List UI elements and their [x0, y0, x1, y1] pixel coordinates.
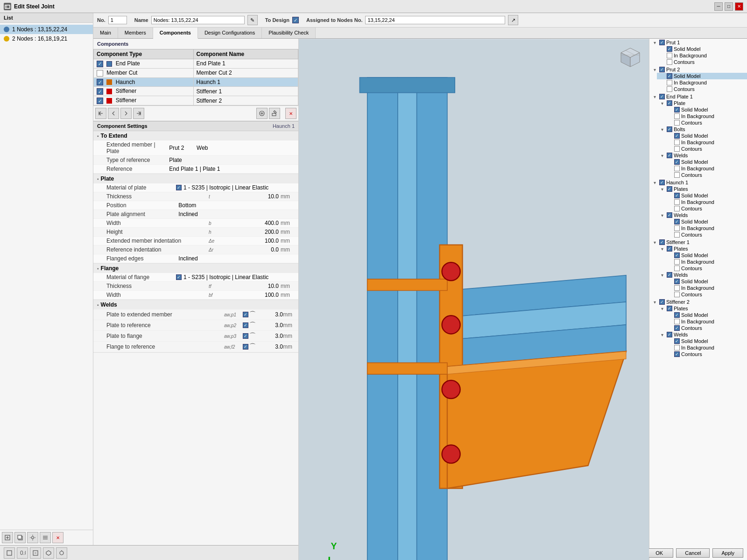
tree-row[interactable]: In Background [664, 259, 747, 265]
tree-check[interactable] [674, 232, 680, 238]
tree-check-prut2-contours[interactable] [667, 86, 672, 92]
tree-row[interactable]: ✓ Solid Model [664, 192, 747, 199]
comp-delete-btn[interactable]: ✕ [285, 108, 296, 119]
tree-check[interactable] [674, 266, 680, 271]
tree-row-ep1-welds[interactable]: ▾ ✓ Welds [657, 152, 747, 159]
maximize-button[interactable]: □ [725, 2, 733, 11]
tree-check[interactable]: ✓ [667, 306, 672, 311]
tab-members[interactable]: Members [118, 28, 153, 38]
settings-group-welds-header[interactable]: ▪ Welds [93, 300, 298, 309]
tree-check[interactable]: ✓ [667, 272, 672, 278]
weld-check-4[interactable]: ✓ [243, 344, 248, 350]
tree-check-prut1-solid[interactable]: ✓ [667, 46, 672, 52]
name-edit-button[interactable]: ✎ [247, 15, 258, 25]
tree-row[interactable]: ✓ Solid Model [664, 218, 747, 225]
tree-row[interactable]: Contours [664, 205, 747, 212]
tree-row-ep1-welds-bg[interactable]: In Background [664, 165, 747, 172]
tree-row-haunch1-welds[interactable]: ▾ ✓ Welds [657, 212, 747, 218]
weld-check-1[interactable]: ✓ [243, 312, 248, 317]
tree-row[interactable]: ✓Contours [664, 325, 747, 331]
tree-row-ep1-plate-solid[interactable]: ✓ Solid Model [664, 106, 747, 113]
tree-check[interactable] [674, 292, 680, 297]
tree-check[interactable]: ✓ [674, 219, 680, 224]
tree-row-ep1-welds-solid[interactable]: ✓ Solid Model [664, 159, 747, 165]
tab-plausibility-check[interactable]: Plausibility Check [262, 28, 316, 38]
new-item-button[interactable] [2, 532, 13, 543]
delete-button-left[interactable]: ✕ [52, 532, 63, 543]
tree-row-prut1-bg[interactable]: In Background [657, 52, 747, 59]
tree-check-prut2-solid[interactable]: ✓ [667, 73, 672, 79]
tree-row-bolts-bg[interactable]: In Background [664, 139, 747, 146]
tree-check[interactable]: ✓ [667, 246, 672, 252]
weld-check-2[interactable]: ✓ [243, 322, 248, 328]
tree-check[interactable] [674, 146, 680, 152]
tree-check[interactable] [674, 199, 680, 205]
list-item-2[interactable]: 2 Nodes : 16,18,19,21 [0, 34, 93, 43]
tree-check[interactable]: ✓ [674, 133, 680, 139]
comp-next-btn[interactable] [120, 108, 132, 119]
comp-checkbox-3[interactable]: ✓ [97, 79, 103, 85]
tree-row-haunch1-plates[interactable]: ▾ ✓ Plates [657, 186, 747, 192]
tree-row[interactable]: ✓Solid Model [664, 312, 747, 318]
tree-row-haunch1[interactable]: ▾ ✓ Haunch 1 [649, 179, 747, 186]
mat-checkbox[interactable]: ✓ [176, 185, 182, 190]
tab-design-configurations[interactable]: Design Configurations [198, 28, 262, 38]
table-row[interactable]: ✓ End Plate End Plate 1 [94, 59, 298, 69]
tree-row[interactable]: ▾ ✓ Welds [657, 272, 747, 278]
tree-check[interactable] [674, 140, 680, 145]
tree-row-prut1[interactable]: ▾ ✓ Prut 1 [649, 39, 747, 46]
tree-check-ep1-bg[interactable] [674, 113, 680, 119]
no-input[interactable] [108, 16, 127, 24]
tree-row[interactable]: ▾ ✓ Plates [657, 245, 747, 252]
tree-check-stiffener1[interactable]: ✓ [659, 239, 665, 245]
tree-check[interactable] [674, 172, 680, 178]
tree-check-stiffener2[interactable]: ✓ [659, 299, 665, 305]
tree-check[interactable] [674, 166, 680, 171]
tree-check[interactable]: ✓ [667, 212, 672, 218]
tree-row[interactable]: In Background [664, 199, 747, 205]
tree-check-haunch1[interactable]: ✓ [659, 180, 665, 185]
tree-row-prut2-contours[interactable]: Contours [657, 86, 747, 92]
tree-check[interactable]: ✓ [674, 159, 680, 165]
list-item-1[interactable]: 1 Nodes : 13,15,22,24 [0, 25, 93, 34]
tree-check[interactable] [674, 259, 680, 265]
comp-edit-btn[interactable] [269, 108, 280, 119]
tree-check-ep1-bolts[interactable]: ✓ [667, 126, 672, 132]
tree-row-bolts-solid[interactable]: ✓ Solid Model [664, 133, 747, 139]
tree-row-ep1-plate-contours[interactable]: Contours [664, 119, 747, 126]
close-button[interactable]: ✕ [735, 2, 743, 11]
tree-check-prut1[interactable]: ✓ [659, 40, 665, 45]
tree-row-prut2-bg[interactable]: In Background [657, 79, 747, 86]
comp-first-btn[interactable] [95, 108, 106, 119]
comp-checkbox-1[interactable]: ✓ [97, 61, 103, 67]
tree-row-stiffener1[interactable]: ▾ ✓ Stiffener 1 [649, 239, 747, 245]
tree-check[interactable]: ✓ [674, 312, 680, 318]
comp-prev-btn[interactable] [108, 108, 119, 119]
bottom-new-button[interactable] [4, 547, 15, 559]
tree-row-endplate1[interactable]: ▾ ✓ End Plate 1 [649, 93, 747, 100]
tree-check-ep1-plate[interactable]: ✓ [667, 100, 672, 106]
tree-row-bolts-contours[interactable]: Contours [664, 146, 747, 152]
tab-components[interactable]: Components [153, 28, 198, 39]
tree-check[interactable] [674, 285, 680, 291]
tree-check-ep1-contours[interactable] [674, 120, 680, 126]
assigned-input[interactable] [365, 16, 505, 24]
ok-button[interactable]: OK [645, 548, 673, 558]
bottom-save-button[interactable] [30, 547, 41, 559]
settings-group-flange-header[interactable]: ▪ Flange [93, 264, 298, 273]
assigned-edit-button[interactable]: ↗ [508, 15, 518, 25]
tree-check-prut1-bg[interactable] [667, 53, 672, 58]
tree-row[interactable]: ▾ ✓ Plates [657, 305, 747, 312]
tree-row[interactable]: Contours [664, 231, 747, 238]
table-row[interactable]: ✓ Stiffener Stiffener 1 [94, 87, 298, 96]
tree-check[interactable] [674, 319, 680, 324]
bottom-open-button[interactable]: 0.00 [17, 547, 28, 559]
table-row[interactable]: ✓ Stiffener Stiffener 2 [94, 96, 298, 105]
table-row[interactable]: Member Cut Member Cut 2 [94, 68, 298, 77]
tree-check-endplate1[interactable]: ✓ [659, 94, 665, 99]
comp-checkbox-5[interactable]: ✓ [97, 98, 103, 104]
tree-row[interactable]: ✓Contours [664, 351, 747, 357]
tree-row[interactable]: In Background [664, 285, 747, 291]
settings-group-plate-header[interactable]: ▪ Plate [93, 174, 298, 183]
tree-check[interactable]: ✓ [667, 332, 672, 337]
